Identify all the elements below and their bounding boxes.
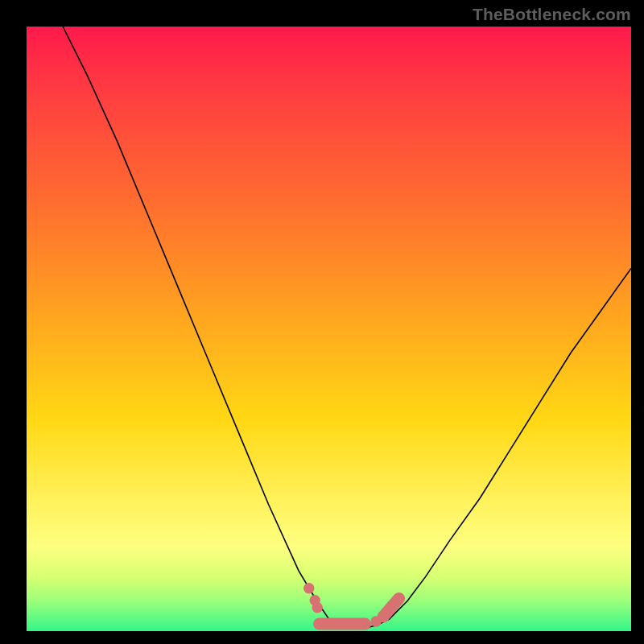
chart-frame: TheBottleneck.com (0, 0, 644, 644)
chart-svg (27, 27, 631, 631)
marker-dot-0 (303, 583, 315, 594)
gradient-plot-area (27, 27, 631, 631)
curve-bottleneck-curve-left (63, 27, 353, 628)
watermark-text: TheBottleneck.com (473, 5, 631, 24)
curve-bottleneck-curve-right (365, 268, 631, 628)
marker-capsule-5 (383, 598, 399, 617)
marker-dot-2 (312, 602, 323, 613)
